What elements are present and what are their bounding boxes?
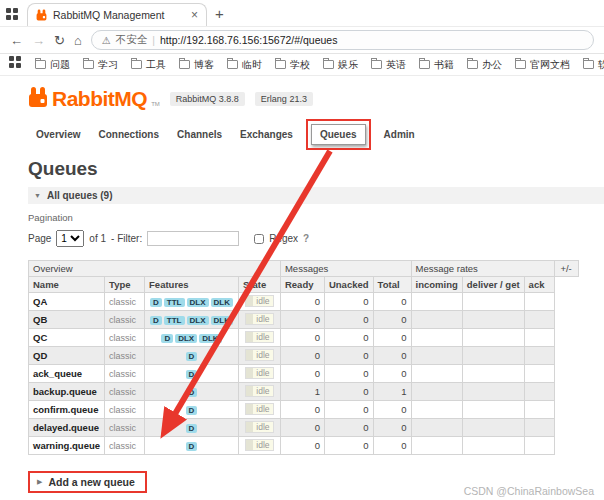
address-bar[interactable]: ⚠ 不安全 | http://192.168.76.156:15672/#/qu… <box>91 30 594 50</box>
bookmark-item[interactable]: 问题 <box>35 58 70 72</box>
forward-icon[interactable]: → <box>32 34 45 47</box>
page-select[interactable]: 1 <box>56 230 84 247</box>
queue-row: QA classic DTTLDLXDLK idle 0 0 0 <box>29 293 579 311</box>
column-header[interactable]: Unacked <box>324 277 373 293</box>
tab-channels[interactable]: Channels <box>169 125 230 144</box>
bookmark-item[interactable]: 官网文档 <box>515 58 570 72</box>
queue-name-link[interactable]: delayed.queue <box>29 419 105 437</box>
queue-ready: 0 <box>280 401 324 419</box>
add-new-queue-section[interactable]: ▶ Add a new queue <box>28 471 147 493</box>
bookmark-item[interactable]: 博客 <box>179 58 214 72</box>
queue-features: DTTLDLXDLK <box>145 311 239 329</box>
add-new-queue-label: Add a new queue <box>48 476 134 488</box>
bookmark-item[interactable]: 临时 <box>227 58 262 72</box>
feature-badge: D <box>186 388 198 397</box>
folder-icon <box>275 60 286 69</box>
folder-icon <box>227 60 238 69</box>
rabbitmq-logo-icon[interactable] <box>28 86 48 112</box>
queue-state: idle <box>238 329 280 347</box>
queue-type: classic <box>105 293 145 311</box>
logo-wordmark[interactable]: RabbitMQ <box>52 87 147 111</box>
browser-window: RabbitMQ Management × + ← → ↻ ⌂ ⚠ 不安全 | … <box>0 0 604 500</box>
folder-icon <box>515 60 526 69</box>
queue-name-link[interactable]: confirm.queue <box>29 401 105 419</box>
trademark-label: TM <box>151 101 160 107</box>
new-tab-button[interactable]: + <box>215 5 224 22</box>
home-icon[interactable]: ⌂ <box>74 34 82 47</box>
queue-name-link[interactable]: QB <box>29 311 105 329</box>
queue-type: classic <box>105 383 145 401</box>
tab-queues[interactable]: Queues <box>311 124 366 145</box>
bookmark-item[interactable]: 书籍 <box>419 58 454 72</box>
column-header[interactable]: deliver / get <box>462 277 524 293</box>
column-header[interactable]: Features <box>145 277 239 293</box>
column-header[interactable]: Type <box>105 277 145 293</box>
queue-name-link[interactable]: QD <box>29 347 105 365</box>
queue-total: 0 <box>373 347 411 365</box>
queue-name-link[interactable]: warning.queue <box>29 437 105 455</box>
queue-row: delayed.queue classic D idle 0 0 0 <box>29 419 579 437</box>
queue-type: classic <box>105 437 145 455</box>
queue-rate-ack <box>524 437 554 455</box>
reload-icon[interactable]: ↻ <box>54 34 65 47</box>
column-header[interactable]: Total <box>373 277 411 293</box>
queue-rate-ack <box>524 347 554 365</box>
bookmark-item[interactable]: 工具 <box>131 58 166 72</box>
apps-grid-icon[interactable] <box>9 56 22 69</box>
queue-name-link[interactable]: ack_queue <box>29 365 105 383</box>
filter-input[interactable] <box>147 231 239 246</box>
queue-row: QD classic D idle 0 0 0 <box>29 347 579 365</box>
bookmark-label: 英语 <box>386 58 406 72</box>
column-header[interactable]: incoming <box>411 277 462 293</box>
group-header: Messages <box>280 261 411 277</box>
bookmark-item[interactable]: 办公 <box>467 58 502 72</box>
queue-state: idle <box>238 293 280 311</box>
bookmark-item[interactable]: 软件 <box>583 58 604 72</box>
bookmark-label: 官网文档 <box>530 58 570 72</box>
bookmark-item[interactable]: 学习 <box>83 58 118 72</box>
security-label: 不安全 <box>116 33 148 47</box>
column-header[interactable]: Ready <box>280 277 324 293</box>
column-toggle-control[interactable]: +/- <box>554 261 578 277</box>
tab-overview[interactable]: Overview <box>28 125 88 144</box>
bookmark-item[interactable]: 学校 <box>275 58 310 72</box>
tab-connections[interactable]: Connections <box>90 125 167 144</box>
queue-rate-deliver-get <box>462 401 524 419</box>
column-header[interactable]: ack <box>524 277 554 293</box>
all-queues-section-header[interactable]: ▼ All queues (9) <box>28 187 604 204</box>
tab-grid-icon[interactable] <box>6 8 19 21</box>
feature-badge: DLK <box>199 334 221 343</box>
bookmark-label: 临时 <box>242 58 262 72</box>
regex-help-icon[interactable]: ? <box>303 233 309 244</box>
regex-checkbox[interactable] <box>254 234 264 244</box>
tab-exchanges[interactable]: Exchanges <box>232 125 301 144</box>
back-icon[interactable]: ← <box>10 34 23 47</box>
queue-features: D <box>145 365 239 383</box>
close-tab-icon[interactable]: × <box>191 9 198 21</box>
queue-rate-deliver-get <box>462 383 524 401</box>
queue-unacked: 0 <box>324 419 373 437</box>
queue-ready: 0 <box>280 419 324 437</box>
queue-name-link[interactable]: backup.queue <box>29 383 105 401</box>
bookmark-label: 问题 <box>50 58 70 72</box>
queue-features: D <box>145 419 239 437</box>
queue-type: classic <box>105 347 145 365</box>
queue-name-link[interactable]: QC <box>29 329 105 347</box>
rabbitmq-favicon-icon <box>36 9 47 21</box>
column-header[interactable]: Name <box>29 277 105 293</box>
page-title: Queues <box>28 158 592 180</box>
feature-badge: DLK <box>211 316 233 325</box>
bookmark-item[interactable]: 娱乐 <box>323 58 358 72</box>
bookmark-label: 工具 <box>146 58 166 72</box>
folder-icon <box>583 60 594 69</box>
tab-admin[interactable]: Admin <box>376 125 423 144</box>
queue-name-link[interactable]: QA <box>29 293 105 311</box>
browser-tab[interactable]: RabbitMQ Management × <box>27 3 207 26</box>
bookmark-item[interactable]: 英语 <box>371 58 406 72</box>
queue-unacked: 0 <box>324 329 373 347</box>
queue-rate-deliver-get <box>462 437 524 455</box>
queue-unacked: 0 <box>324 365 373 383</box>
bookmarks-bar: 问题 学习 工具 博客 临时 学校 娱乐 英语 书籍 办公 官网文档 <box>0 54 604 76</box>
queue-rate-incoming <box>411 347 462 365</box>
column-header[interactable]: State <box>238 277 280 293</box>
